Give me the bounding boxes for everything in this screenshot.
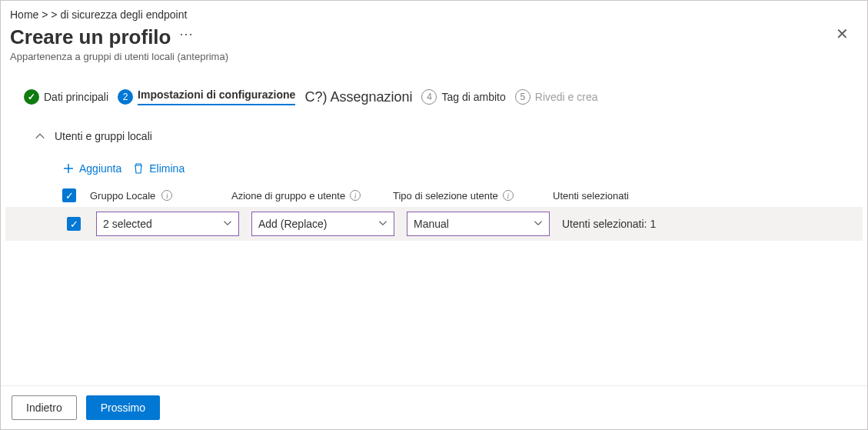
step-2-icon: 2 [118, 89, 133, 105]
close-icon[interactable]: ✕ [831, 25, 853, 42]
chevron-down-icon [378, 218, 387, 230]
chevron-down-icon [223, 218, 232, 230]
col-localgroup: Gruppo Locale [90, 190, 155, 202]
step-scope[interactable]: 4 Tag di ambito [421, 89, 505, 105]
add-button[interactable]: Aggiunta [62, 162, 121, 175]
trash-icon [132, 162, 145, 175]
col-action: Azione di gruppo e utente [231, 190, 345, 202]
action-dropdown[interactable]: Add (Replace) [251, 212, 394, 236]
header-checkbox[interactable]: ✓ [62, 188, 76, 202]
step-basics[interactable]: ✓ Dati principali [24, 89, 108, 105]
check-icon: ✓ [24, 89, 39, 105]
info-icon[interactable]: i [503, 190, 514, 201]
localgroup-value: 2 selected [103, 218, 152, 230]
chevron-down-icon [534, 218, 543, 230]
wizard-steps: ✓ Dati principali 2 Impostazioni di conf… [1, 62, 867, 105]
section-title: Utenti e gruppi locali [55, 130, 152, 142]
info-icon[interactable]: i [161, 190, 172, 201]
step-assignments[interactable]: C?) Assegnazioni [304, 89, 412, 105]
back-button[interactable]: Indietro [12, 395, 77, 420]
step-5-icon: 5 [515, 89, 530, 105]
col-selectiontype: Tipo di selezione utente [393, 190, 498, 202]
table-row: ✓ 2 selected Add (Replace) Manual Utenti… [5, 207, 863, 241]
action-value: Add (Replace) [258, 218, 328, 230]
more-icon[interactable]: ⋯ [179, 25, 195, 42]
breadcrumb-home[interactable]: Home [10, 8, 38, 21]
step-config[interactable]: 2 Impostazioni di configurazione [118, 88, 295, 105]
chevron-up-icon [35, 131, 45, 142]
localgroup-dropdown[interactable]: 2 selected [96, 212, 239, 236]
selectiontype-value: Manual [414, 218, 449, 230]
delete-label: Elimina [149, 162, 185, 175]
page-subtitle: Appartenenza a gruppi di utenti locali (… [10, 51, 858, 62]
add-label: Aggiunta [79, 162, 121, 175]
breadcrumb-sep1: > [42, 8, 51, 21]
breadcrumb[interactable]: Home > > di sicurezza degli endpoint [1, 1, 867, 21]
delete-button[interactable]: Elimina [132, 162, 185, 175]
page-title: Creare un profilo [10, 25, 171, 49]
step-review[interactable]: 5 Rivedi e crea [515, 89, 598, 105]
section-toggle[interactable]: Utenti e gruppi locali [1, 105, 867, 142]
plus-icon [62, 162, 75, 175]
breadcrumb-item[interactable]: di sicurezza degli endpoint [60, 8, 187, 21]
breadcrumb-sep2: > [51, 8, 60, 21]
next-button[interactable]: Prossimo [86, 395, 160, 420]
col-selectedusers: Utenti selezionati [553, 190, 629, 202]
selectiontype-dropdown[interactable]: Manual [407, 212, 550, 236]
step-4-icon: 4 [421, 89, 437, 105]
info-icon[interactable]: i [350, 190, 361, 201]
row-checkbox[interactable]: ✓ [67, 217, 81, 231]
selected-users-text: Utenti selezionati: 1 [562, 218, 656, 230]
